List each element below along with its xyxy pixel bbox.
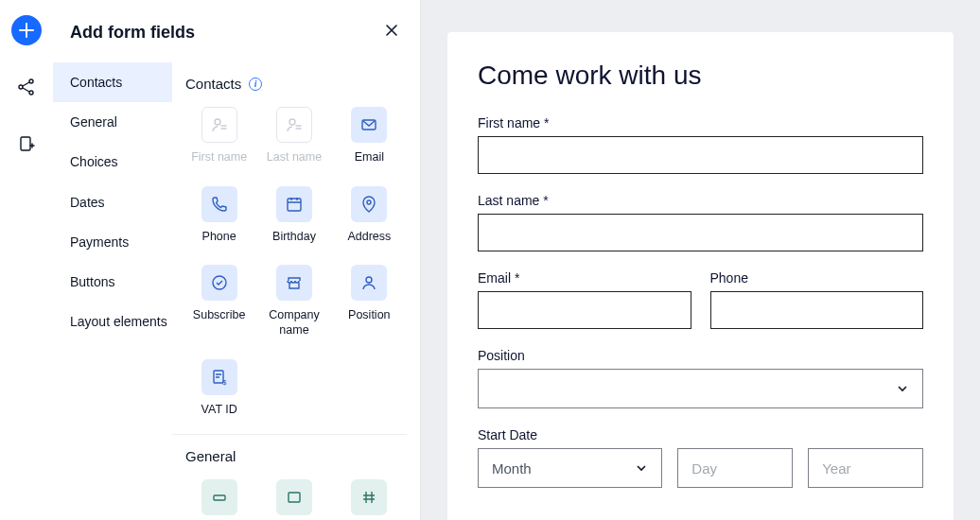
- location-icon: [351, 186, 387, 222]
- phone-icon: [201, 186, 237, 222]
- left-rail: [0, 0, 53, 520]
- info-icon[interactable]: i: [249, 78, 262, 91]
- position-label: Position: [478, 348, 923, 363]
- tile-vat-id[interactable]: $VAT ID: [185, 359, 253, 418]
- tile-label: Address: [347, 230, 391, 245]
- tile-label: Company name: [260, 308, 327, 338]
- tile-number[interactable]: Number: [336, 479, 403, 520]
- tile-label: Position: [348, 308, 390, 323]
- calendar-icon: [276, 186, 312, 222]
- section-contacts: ContactsiFirst nameLast nameEmailPhoneBi…: [172, 62, 407, 434]
- section-title: General: [185, 448, 236, 464]
- tile-first-name: First name: [185, 107, 253, 165]
- tile-short-answer[interactable]: Short answer: [185, 479, 253, 520]
- svg-point-8: [367, 200, 371, 204]
- year-input[interactable]: Year: [808, 448, 923, 488]
- category-layout-elements[interactable]: Layout elements: [53, 302, 172, 341]
- category-contacts[interactable]: Contacts: [53, 62, 172, 102]
- tile-label: Last name: [267, 150, 322, 165]
- chevron-down-icon: [896, 382, 909, 395]
- tile-label: Subscribe: [193, 308, 246, 323]
- person-outline-icon: [351, 265, 387, 301]
- svg-rect-13: [214, 495, 225, 500]
- chevron-down-icon: [635, 461, 648, 475]
- section-title: Contacts: [185, 76, 241, 92]
- svg-point-9: [213, 276, 226, 289]
- hash-icon: [351, 479, 387, 515]
- tile-label: Phone: [202, 230, 236, 245]
- tile-label: VAT ID: [201, 403, 237, 418]
- tile-last-name: Last name: [260, 107, 327, 165]
- page-add-icon: [17, 134, 36, 153]
- day-input[interactable]: Day: [677, 448, 793, 488]
- first-name-label: First name *: [478, 115, 923, 130]
- svg-point-4: [215, 119, 220, 125]
- category-general[interactable]: General: [53, 102, 172, 142]
- tile-address[interactable]: Address: [336, 186, 403, 245]
- start-date-label: Start Date: [478, 427, 923, 442]
- tile-company-name[interactable]: Company name: [260, 265, 327, 338]
- category-list: ContactsGeneralChoicesDatesPaymentsButto…: [53, 62, 172, 520]
- check-circle-icon: [201, 265, 237, 301]
- person-icon: [276, 107, 312, 143]
- close-icon: [384, 23, 399, 38]
- tile-position[interactable]: Position: [336, 265, 403, 338]
- tile-email[interactable]: Email: [336, 107, 403, 165]
- tile-label: Birthday: [272, 230, 316, 245]
- svg-rect-14: [289, 493, 300, 502]
- close-button[interactable]: [380, 19, 403, 45]
- phone-input[interactable]: [710, 291, 924, 329]
- category-dates[interactable]: Dates: [53, 182, 172, 222]
- svg-rect-7: [288, 199, 301, 211]
- plus-icon: [18, 22, 35, 39]
- month-select[interactable]: Month: [478, 448, 662, 488]
- category-buttons[interactable]: Buttons: [53, 262, 172, 302]
- connections-button[interactable]: [11, 72, 42, 102]
- svg-point-10: [366, 277, 372, 283]
- tile-long-answer[interactable]: Long answer: [260, 479, 327, 520]
- person-icon: [201, 107, 237, 143]
- tile-subscribe[interactable]: Subscribe: [185, 265, 253, 338]
- phone-label: Phone: [710, 270, 924, 286]
- email-icon: [351, 107, 387, 143]
- long-answer-icon: [276, 479, 312, 515]
- tile-label: Email: [355, 150, 384, 165]
- short-answer-icon: [201, 479, 237, 515]
- add-button[interactable]: [11, 15, 42, 45]
- share-icon: [17, 78, 36, 96]
- svg-point-5: [289, 119, 295, 125]
- form-canvas: Come work with us First name * Last name…: [421, 0, 980, 520]
- svg-point-1: [29, 79, 33, 83]
- email-input[interactable]: [478, 291, 691, 329]
- last-name-label: Last name *: [478, 193, 923, 208]
- email-label: Email *: [478, 270, 691, 286]
- add-fields-panel: Add form fields ContactsGeneralChoicesDa…: [53, 0, 421, 520]
- tile-label: First name: [191, 150, 247, 165]
- svg-rect-3: [21, 137, 30, 150]
- svg-point-2: [29, 91, 33, 95]
- first-name-input[interactable]: [478, 136, 923, 174]
- category-choices[interactable]: Choices: [53, 142, 172, 182]
- form-card: Come work with us First name * Last name…: [447, 32, 954, 520]
- fields-scroll[interactable]: ContactsiFirst nameLast nameEmailPhoneBi…: [172, 62, 420, 520]
- form-title: Come work with us: [478, 61, 923, 91]
- tile-phone[interactable]: Phone: [185, 186, 253, 245]
- position-select[interactable]: [478, 369, 923, 408]
- svg-text:$: $: [222, 378, 227, 387]
- store-icon: [276, 265, 312, 301]
- tile-birthday[interactable]: Birthday: [260, 186, 327, 245]
- add-page-button[interactable]: [11, 129, 42, 159]
- vat-icon: $: [201, 359, 237, 395]
- category-payments[interactable]: Payments: [53, 222, 172, 262]
- month-placeholder: Month: [492, 460, 532, 477]
- svg-point-0: [19, 85, 23, 89]
- panel-title: Add form fields: [70, 23, 195, 43]
- last-name-input[interactable]: [478, 214, 923, 251]
- section-general: GeneralShort answerLong answerNumber: [172, 434, 407, 520]
